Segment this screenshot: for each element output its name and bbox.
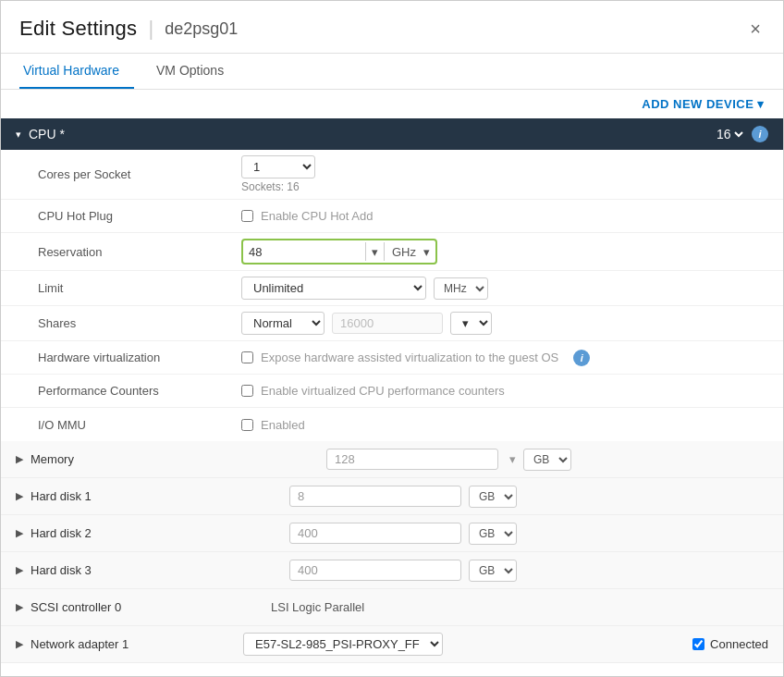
limit-select[interactable]: Unlimited [241, 277, 426, 300]
hard-disk-2-value-input[interactable] [289, 523, 461, 544]
hard-disk-3-label: Hard disk 3 [31, 563, 215, 577]
cpu-section-title: CPU * [29, 127, 65, 142]
io-mmu-content: Enabled [241, 418, 768, 432]
reservation-group: ▾ GHz ▾ [241, 239, 437, 265]
memory-label: Memory [31, 452, 215, 466]
memory-chevron-down-icon: ▾ [509, 452, 516, 466]
hard-disk-2-chevron-icon: ▶ [16, 527, 23, 539]
hard-disk-2-value-area: GBMBTB [289, 523, 768, 545]
cpu-chevron-icon: ▾ [16, 129, 21, 141]
memory-value-area: ▾ GBMB [326, 449, 768, 471]
hardware-virt-label: Hardware virtualization [38, 351, 241, 364]
network-value-group: E57-SL2-985_PSI-PROXY_FF [243, 633, 443, 656]
cores-per-socket-label: Cores per Socket [38, 167, 241, 181]
hard-disk-1-row[interactable]: ▶ Hard disk 1 GBMBTB [1, 478, 783, 515]
content-area: ADD NEW DEVICE ▾ ▾ CPU * 16 124832 i [1, 90, 783, 676]
cpu-hot-add-label: Enable CPU Hot Add [261, 209, 373, 223]
network-connected-checkbox[interactable] [692, 638, 704, 650]
sockets-text: Sockets: 16 [241, 180, 315, 193]
connected-label: Connected [710, 637, 768, 651]
cpu-hot-plug-content: Enable CPU Hot Add [241, 209, 768, 223]
shares-type-select[interactable]: Low Normal High Custom [241, 312, 325, 335]
network-adapter-1-row[interactable]: ▶ Network adapter 1 E57-SL2-985_PSI-PROX… [1, 626, 783, 663]
hard-disk-2-label: Hard disk 2 [31, 526, 215, 540]
cores-per-socket-content: 1248 Sockets: 16 [241, 155, 768, 193]
cpu-section-header[interactable]: ▾ CPU * 16 124832 i [1, 118, 783, 150]
hardware-virt-row: Hardware virtualization Expose hardware … [1, 341, 783, 375]
add-new-device-button[interactable]: ADD NEW DEVICE ▾ [642, 97, 765, 111]
reservation-unit-label: GHz [390, 245, 418, 259]
toolbar: ADD NEW DEVICE ▾ [1, 90, 783, 118]
scsi-controller-value-area: LSI Logic Parallel [271, 600, 768, 614]
limit-content: Unlimited MHzGHz [241, 277, 768, 300]
io-mmu-checkbox-label: Enabled [261, 418, 305, 432]
hardware-virt-checkbox-label: Expose hardware assisted virtualization … [261, 351, 558, 364]
network-adapter-1-select[interactable]: E57-SL2-985_PSI-PROXY_FF [243, 633, 443, 656]
dialog-header: Edit Settings | de2psg01 × [1, 1, 783, 54]
tab-vm-options[interactable]: VM Options [153, 54, 239, 89]
hard-disk-3-row[interactable]: ▶ Hard disk 3 GBMBTB [1, 552, 783, 589]
limit-label: Limit [38, 281, 241, 295]
connected-badge: Connected [692, 637, 768, 651]
perf-counters-checkbox[interactable] [241, 385, 253, 397]
scsi-controller-row[interactable]: ▶ SCSI controller 0 LSI Logic Parallel [1, 589, 783, 626]
limit-unit-select[interactable]: MHzGHz [434, 277, 488, 300]
hard-disk-3-chevron-icon: ▶ [16, 564, 23, 576]
tab-virtual-hardware[interactable]: Virtual Hardware [19, 54, 134, 89]
hard-disk-3-value-area: GBMBTB [289, 560, 768, 582]
io-mmu-checkbox[interactable] [241, 419, 253, 431]
reservation-content: ▾ GHz ▾ [241, 239, 768, 265]
cpu-hot-add-checkbox[interactable] [241, 210, 253, 222]
hard-disk-1-label: Hard disk 1 [31, 489, 215, 503]
hard-disk-2-unit-select[interactable]: GBMBTB [469, 523, 517, 545]
title-separator: | [148, 17, 153, 41]
memory-unit-select[interactable]: GBMB [523, 449, 571, 471]
perf-counters-label: Performance Counters [38, 384, 241, 398]
memory-section-row[interactable]: ▶ Memory ▾ GBMB [1, 441, 783, 478]
cpu-hot-plug-label: CPU Hot Plug [38, 209, 241, 223]
cpu-count-select[interactable]: 16 124832 [713, 126, 746, 142]
reservation-input[interactable] [249, 245, 360, 259]
hard-disk-1-value-input[interactable] [289, 486, 461, 507]
cpu-rows: Cores per Socket 1248 Sockets: 16 [1, 150, 783, 441]
reservation-chevron-icon: ▾ [372, 245, 378, 259]
cpu-section-value: 16 124832 i [713, 126, 768, 142]
reservation-row: Reservation ▾ GHz ▾ [1, 233, 783, 271]
hard-disk-1-unit-select[interactable]: GBMBTB [469, 486, 517, 508]
hard-disk-1-chevron-icon: ▶ [16, 490, 23, 502]
limit-row: Limit Unlimited MHzGHz [1, 271, 783, 306]
perf-counters-content: Enable virtualized CPU performance count… [241, 384, 768, 398]
shares-label: Shares [38, 316, 241, 330]
network-adapter-1-label: Network adapter 1 [31, 637, 215, 651]
tabs-bar: Virtual Hardware VM Options [1, 54, 783, 90]
scsi-controller-label: SCSI controller 0 [31, 600, 215, 614]
close-button[interactable]: × [746, 16, 765, 42]
perf-counters-row: Performance Counters Enable virtualized … [1, 375, 783, 408]
hard-disk-3-unit-select[interactable]: GBMBTB [469, 560, 517, 582]
memory-chevron-icon: ▶ [16, 453, 23, 465]
reservation-separator2 [384, 242, 385, 261]
cpu-info-icon[interactable]: i [752, 126, 768, 142]
shares-row: Shares Low Normal High Custom ▾ [1, 306, 783, 341]
shares-value-input[interactable] [332, 313, 443, 334]
hard-disk-1-value-area: GBMBTB [289, 486, 768, 508]
reservation-label: Reservation [38, 245, 241, 259]
cores-per-socket-select[interactable]: 1248 [241, 155, 315, 178]
hardware-virt-info-icon[interactable]: i [573, 350, 590, 366]
cores-per-socket-row: Cores per Socket 1248 Sockets: 16 [1, 150, 783, 200]
io-mmu-label: I/O MMU [38, 418, 241, 432]
network-adapter-1-value-area: E57-SL2-985_PSI-PROXY_FF [243, 633, 692, 656]
memory-value-input[interactable] [326, 449, 498, 470]
hardware-virt-content: Expose hardware assisted virtualization … [241, 350, 768, 366]
edit-settings-dialog: Edit Settings | de2psg01 × Virtual Hardw… [0, 0, 784, 677]
reservation-separator [365, 242, 366, 261]
scrollable-content[interactable]: ▾ CPU * 16 124832 i Cores per Socket [1, 118, 783, 676]
io-mmu-row: I/O MMU Enabled [1, 408, 783, 441]
shares-dropdown[interactable]: ▾ [450, 312, 492, 335]
hard-disk-2-row[interactable]: ▶ Hard disk 2 GBMBTB [1, 515, 783, 552]
network-adapter-1-chevron-icon: ▶ [16, 638, 23, 650]
cpu-hot-plug-row: CPU Hot Plug Enable CPU Hot Add [1, 200, 783, 233]
perf-counters-checkbox-label: Enable virtualized CPU performance count… [261, 384, 505, 398]
hard-disk-3-value-input[interactable] [289, 560, 461, 581]
hardware-virt-checkbox[interactable] [241, 351, 253, 363]
